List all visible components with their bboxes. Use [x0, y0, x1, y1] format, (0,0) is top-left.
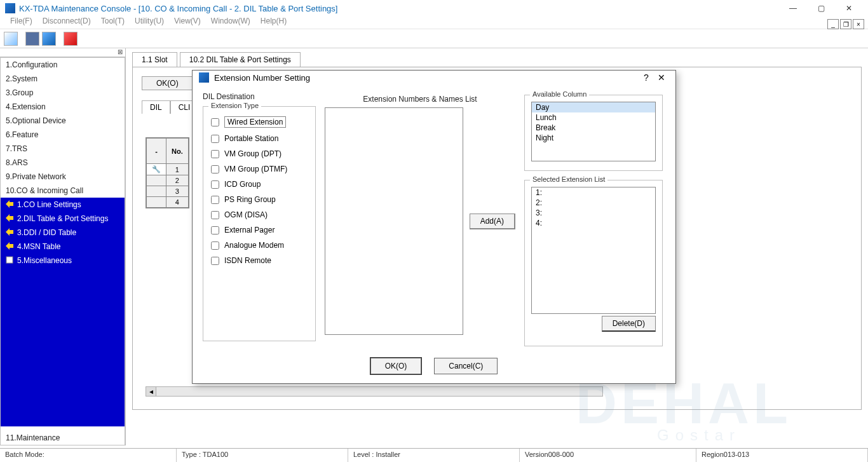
list-item[interactable]: 1: [532, 187, 655, 198]
row-1[interactable]: 1 [166, 164, 189, 175]
chk-modem[interactable]: Analogue Modem [210, 238, 309, 253]
dialog-ok-button[interactable]: OK(O) [370, 358, 422, 374]
menu-tool[interactable]: Tool(T) [96, 17, 130, 29]
svg-marker-2 [6, 228, 13, 236]
checkbox[interactable] [211, 211, 219, 219]
list-item[interactable]: 4: [532, 218, 655, 228]
nav-ars[interactable]: 8.ARS [1, 156, 125, 170]
checkbox[interactable] [211, 135, 219, 143]
nav-sub-label: 5.Miscellaneous [17, 256, 72, 265]
chk-label: Wired Extension [224, 116, 286, 128]
checkbox[interactable] [211, 165, 219, 173]
status-region: Region013-013 [696, 449, 868, 462]
nav-sub-misc[interactable]: 5.Miscellaneous [1, 254, 125, 268]
checkbox[interactable] [211, 257, 219, 265]
checkbox[interactable] [211, 180, 219, 189]
nav-sub-co-line[interactable]: 1.CO Line Settings [1, 198, 125, 212]
nav-configuration[interactable]: 1.Configuration [1, 58, 125, 72]
nav-tree[interactable]: 1.Configuration 2.System 3.Group 4.Exten… [0, 57, 125, 445]
mdi-buttons: _ ❐ × [826, 19, 864, 29]
chk-label: OGM (DISA) [224, 210, 268, 219]
row-3[interactable]: 3 [166, 186, 189, 197]
menu-disconnect[interactable]: Disconnect(D) [37, 17, 96, 29]
horizontal-scrollbar[interactable]: ◂ [146, 386, 603, 397]
selected-extension-list[interactable]: 1: 2: 3: 4: [531, 187, 656, 314]
nav-sub-label: 1.CO Line Settings [17, 200, 81, 209]
checkbox[interactable] [211, 196, 219, 204]
menu-help[interactable]: Help(H) [255, 17, 292, 29]
nav-sub-dil[interactable]: 2.DIL Table & Port Settings [1, 212, 125, 226]
tab-dil[interactable]: 10.2 DIL Table & Port Settings [180, 52, 301, 67]
dialog-close-button[interactable]: ✕ [654, 72, 669, 83]
checkbox[interactable] [211, 150, 219, 158]
subtab-dil[interactable]: DIL [142, 100, 170, 114]
add-button[interactable]: Add(A) [470, 214, 515, 229]
row-4[interactable]: 4 [166, 197, 189, 208]
dialog-cancel-button[interactable]: Cancel(C) [434, 358, 498, 374]
toolbar-btn-1[interactable] [4, 32, 18, 46]
list-item[interactable]: Break [532, 123, 655, 133]
nav-blue-area [1, 268, 125, 426]
ext-nums-listbox[interactable] [325, 107, 463, 335]
nav-optional-device[interactable]: 5.Optional Device [1, 114, 125, 128]
checkbox[interactable] [211, 226, 219, 234]
toolbar-btn-2[interactable] [25, 32, 39, 46]
list-item[interactable]: Night [532, 133, 655, 143]
chk-pager[interactable]: External Pager [210, 222, 309, 238]
row-2[interactable]: 2 [166, 175, 189, 186]
maximize-button[interactable]: ▢ [807, 1, 835, 17]
nav-feature[interactable]: 6.Feature [1, 128, 125, 142]
checkbox[interactable] [211, 241, 219, 250]
menu-file[interactable]: File(F) [5, 17, 37, 29]
menu-utility[interactable]: Utility(U) [130, 17, 169, 29]
toolbar-btn-3[interactable] [42, 32, 56, 46]
nav-group[interactable]: 3.Group [1, 86, 125, 100]
list-item[interactable]: 2: [532, 198, 655, 208]
chk-wired[interactable]: Wired Extension [210, 113, 309, 131]
nav-extension[interactable]: 4.Extension [1, 100, 125, 114]
chk-icd[interactable]: ICD Group [210, 177, 309, 192]
nav-co-incoming[interactable]: 10.CO & Incoming Call [1, 184, 125, 198]
nav-sub-msn[interactable]: 4.MSN Table [1, 240, 125, 254]
nav-trs[interactable]: 7.TRS [1, 142, 125, 156]
dialog-help-button[interactable]: ? [639, 72, 654, 83]
chk-isdn[interactable]: ISDN Remote [210, 253, 309, 268]
col-dash: - [147, 139, 166, 164]
delete-button[interactable]: Delete(D) [602, 316, 656, 332]
dialog-icon [199, 72, 209, 83]
menu-view[interactable]: View(V) [169, 17, 206, 29]
mdi-close-button[interactable]: × [853, 19, 864, 29]
extension-type-group: Extension Type Wired Extension Portable … [203, 106, 316, 341]
menu-window[interactable]: Window(W) [206, 17, 255, 29]
dialog-title-bar: Extension Number Setting ? ✕ [193, 71, 675, 85]
checkbox[interactable] [211, 118, 219, 126]
list-item[interactable]: 3: [532, 208, 655, 218]
available-column-list[interactable]: Day Lunch Break Night [531, 102, 656, 161]
data-grid[interactable]: -No. 🔧1 2 3 4 [146, 137, 189, 208]
minimize-button[interactable]: — [779, 1, 807, 17]
nav-system[interactable]: 2.System [1, 72, 125, 86]
tab-slot[interactable]: 1.1 Slot [132, 52, 177, 67]
list-item[interactable]: Day [532, 102, 655, 112]
toolbar-btn-4[interactable] [64, 32, 78, 46]
arrow-icon [6, 228, 13, 236]
extension-type-legend: Extension Type [208, 102, 261, 109]
chk-ogm[interactable]: OGM (DISA) [210, 207, 309, 222]
arrow-icon [6, 242, 13, 250]
chk-portable[interactable]: Portable Station [210, 131, 309, 146]
chk-vmdpt[interactable]: VM Group (DPT) [210, 146, 309, 161]
list-item[interactable]: Lunch [532, 112, 655, 123]
status-batch: Batch Mode: [0, 449, 177, 462]
nav-maintenance[interactable]: 11.Maintenance [1, 431, 125, 445]
chk-vmdtmf[interactable]: VM Group (DTMF) [210, 161, 309, 177]
ok-button[interactable]: OK(O) [142, 76, 193, 90]
nav-sub-ddi[interactable]: 3.DDI / DID Table [1, 226, 125, 240]
menu-bar: File(F) Disconnect(D) Tool(T) Utility(U)… [0, 17, 868, 29]
close-button[interactable]: ✕ [835, 1, 863, 17]
mdi-restore-button[interactable]: ❐ [840, 19, 851, 29]
extension-number-dialog: Extension Number Setting ? ✕ DIL Destina… [192, 70, 676, 384]
mdi-minimize-button[interactable]: _ [827, 19, 839, 29]
sidebar-close-icon[interactable]: ⊠ [0, 48, 125, 57]
nav-private-network[interactable]: 9.Private Network [1, 170, 125, 184]
chk-psring[interactable]: PS Ring Group [210, 192, 309, 207]
